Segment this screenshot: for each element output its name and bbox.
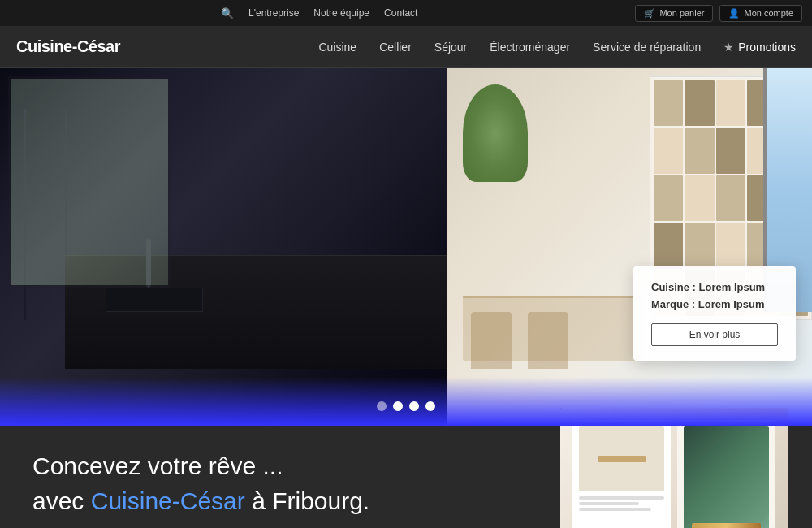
cuisine-label: Cuisine [651, 281, 689, 293]
plant [463, 84, 528, 182]
cart-icon: 🛒 [644, 8, 655, 19]
hero-left-panel [0, 68, 447, 426]
cuisine-info: Cuisine : Lorem Ipsum [651, 281, 778, 293]
promotions-label: Promotions [738, 41, 796, 54]
catalog-page [572, 420, 775, 528]
account-label: Mon compte [744, 8, 793, 18]
headline-brand: Cuisine-César [91, 487, 245, 514]
dot-2[interactable] [393, 401, 403, 411]
catalog-right-page [677, 420, 775, 528]
notre-equipe-link[interactable]: Notre équipe [313, 7, 369, 19]
nav-cuisine[interactable]: Cuisine [318, 41, 356, 54]
site-logo[interactable]: Cuisine-César [16, 37, 120, 56]
marque-value: Lorem Ipsum [698, 298, 765, 310]
account-icon: 👤 [728, 8, 740, 19]
catalog-img-placeholder [579, 426, 664, 491]
cuisine-value: Lorem Ipsum [699, 281, 766, 293]
hero-background [0, 68, 812, 426]
cart-label: Mon panier [659, 8, 704, 18]
top-bar: 🔍 L'entreprise Notre équipe Contact 🛒 Mo… [0, 0, 812, 26]
hero-section: Cuisine : Lorem Ipsum Marque : Lorem Ips… [0, 68, 812, 426]
top-bar-links: 🔍 L'entreprise Notre équipe Contact [10, 7, 628, 19]
catalog-handle [598, 456, 646, 462]
text-line-1 [579, 496, 664, 500]
nav-promotions[interactable]: ★ Promotions [723, 41, 796, 54]
catalog-mockup [560, 408, 788, 528]
main-nav: Cuisine Cellier Séjour Électroménager Se… [318, 41, 796, 54]
catalog-left-page [572, 420, 671, 528]
chair-1 [471, 312, 512, 369]
voir-plus-button[interactable]: En voir plus [651, 323, 778, 346]
catalog-image [560, 408, 788, 528]
sink [106, 288, 203, 312]
dot-3[interactable] [409, 401, 419, 411]
headline-suffix: à Fribourg. [245, 487, 369, 514]
marque-info: Marque : Lorem Ipsum [651, 298, 778, 310]
text-line-2 [579, 502, 639, 505]
chair-2 [528, 312, 568, 369]
star-icon: ★ [723, 41, 734, 54]
contact-link[interactable]: Contact [384, 7, 417, 19]
text-line-3 [579, 508, 651, 511]
nav-sejour[interactable]: Séjour [434, 41, 467, 54]
nav-electromenager[interactable]: Électroménager [490, 41, 570, 54]
nav-bar: Cuisine-César Cuisine Cellier Séjour Éle… [0, 26, 812, 68]
nav-cellier[interactable]: Cellier [379, 41, 412, 54]
slider-dots [377, 401, 435, 411]
headline-prefix: avec [32, 487, 91, 514]
catalog-text-lines [579, 496, 664, 511]
nav-service-reparation[interactable]: Service de réparation [593, 41, 701, 54]
info-card: Cuisine : Lorem Ipsum Marque : Lorem Ips… [633, 266, 796, 361]
dot-4[interactable] [425, 401, 435, 411]
cart-button[interactable]: 🛒 Mon panier [635, 5, 713, 22]
account-button[interactable]: 👤 Mon compte [719, 5, 802, 22]
dot-1[interactable] [377, 401, 387, 411]
marque-label: Marque [651, 298, 689, 310]
bottom-section: Concevez votre rêve ... avec Cuisine-Cés… [0, 426, 812, 528]
search-icon[interactable]: 🔍 [221, 7, 234, 19]
lentreprise-link[interactable]: L'entreprise [248, 7, 299, 19]
hero-right-panel [447, 68, 812, 426]
catalog-right-image [684, 426, 769, 528]
window-view [8, 76, 171, 288]
